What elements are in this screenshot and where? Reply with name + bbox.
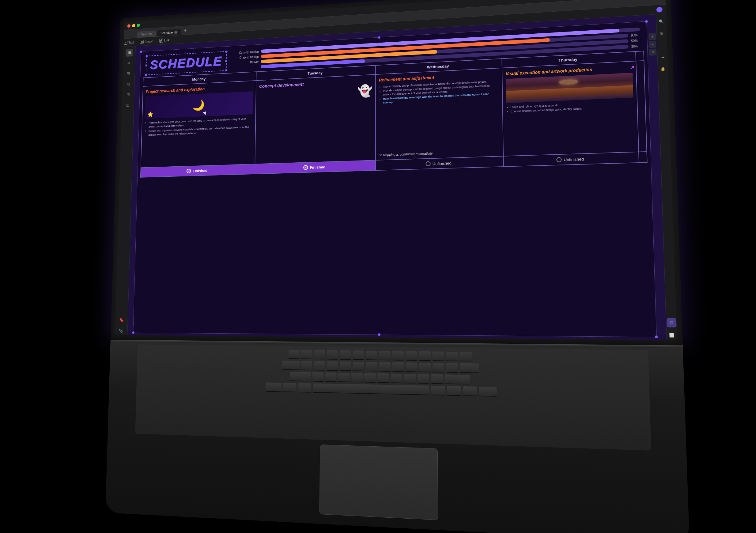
resize-handle-bc[interactable] <box>378 333 380 336</box>
wednesday-bullets: Apply creativity and professional expert… <box>379 79 500 151</box>
status-extra <box>639 152 647 163</box>
status-wednesday-label: Unfinished <box>433 161 451 166</box>
progress-label-2: Graphic Design <box>235 55 258 60</box>
status-monday-label: Finished <box>193 168 207 173</box>
progress-pct-3: 50% <box>631 39 640 42</box>
zoom-in-button[interactable]: + <box>648 33 656 40</box>
right-sidebar-icon-4[interactable]: ☁ <box>658 52 667 62</box>
resize-handle-bl[interactable] <box>132 332 134 334</box>
circle-icon-thursday <box>556 157 562 162</box>
tuesday-ghost: 👻 <box>358 84 372 98</box>
table-header-extra <box>635 51 644 61</box>
star-icon: ☆ <box>379 153 382 157</box>
arrow-icon: ↗ <box>630 65 634 71</box>
table-cell-thursday: Visual execution and artwork production … <box>502 61 639 156</box>
sidebar-grid-icon[interactable]: ⊞ <box>124 91 132 99</box>
sidebar-book-icon[interactable]: ☰ <box>125 69 133 78</box>
resize-handle-tr[interactable] <box>645 20 648 23</box>
schedule-document: SCHEDULE Concept Design <box>133 21 657 337</box>
keyboard-deck <box>135 344 651 451</box>
sidebar-home-icon[interactable]: ⊞ <box>125 49 133 57</box>
zoom-controls: + − ⊡ <box>648 33 657 56</box>
fit-button[interactable]: ⊡ <box>649 48 657 56</box>
schedule-title-text: SCHEDULE <box>150 54 222 72</box>
tab-close-icon[interactable]: × <box>174 30 178 34</box>
image-tool-button[interactable]: ▦ Image <box>140 39 153 43</box>
new-tab-button[interactable]: + <box>182 28 189 33</box>
image-tool-icon: ▦ <box>140 40 144 43</box>
text-tool-button[interactable]: T Text <box>124 40 134 45</box>
circle-icon-wednesday <box>426 161 431 166</box>
traffic-light-red[interactable] <box>127 24 131 28</box>
link-tool-button[interactable]: 🔗 Link <box>159 38 170 42</box>
progress-label-1: Concept Design <box>235 50 258 55</box>
check-icon-monday: ✓ <box>187 169 191 173</box>
progress-pct-2: 80% <box>631 33 640 37</box>
canvas-area: SCHEDULE Concept Design <box>127 14 666 340</box>
resize-handle-br[interactable] <box>655 335 658 338</box>
table-cell-wednesday: Refinement and adjustment Apply creativi… <box>376 68 503 160</box>
progress-label-4 <box>235 67 258 68</box>
sidebar-edit-icon[interactable]: ✏ <box>125 59 133 67</box>
sidebar-layers-icon[interactable]: ⧉ <box>125 80 132 88</box>
sidebar-clip-icon[interactable]: 📎 <box>117 327 125 335</box>
keyboard-base <box>105 340 689 533</box>
status-tuesday-label: Finished <box>310 165 325 170</box>
toolbar-circle-button[interactable] <box>657 7 662 12</box>
screen-bezel: New Tab Schedule × + T Text ▦ Image <box>111 0 683 346</box>
right-sidebar-icon-7[interactable]: ⬜ <box>667 331 677 340</box>
right-sidebar-icon-2[interactable]: ⊞ <box>657 29 666 38</box>
right-sidebar-icon-6[interactable]: ⊡ <box>666 318 676 327</box>
schedule-title-box: SCHEDULE <box>146 51 227 75</box>
zoom-out-button[interactable]: − <box>649 41 657 48</box>
status-thursday-label: Unfinished <box>564 156 584 162</box>
right-sidebar-icon-5[interactable]: 🔒 <box>658 64 668 73</box>
keyboard-row-1 <box>288 350 472 361</box>
keyboard-row-2 <box>282 360 479 373</box>
sidebar-photo-icon[interactable]: ⊡ <box>124 101 132 109</box>
table-cell-monday: Project research and exploration 🌙 ⭐ Res… <box>141 81 256 168</box>
right-sidebar-icon-1[interactable]: 🔍 <box>657 17 666 26</box>
keyboard-row-spacebar <box>266 382 497 397</box>
text-tool-icon: T <box>124 41 127 45</box>
screen-content: New Tab Schedule × + T Text ▦ Image <box>115 0 677 340</box>
trackpad[interactable] <box>319 444 438 520</box>
check-icon-tuesday: ✓ <box>303 165 308 170</box>
keyboard-row-3 <box>290 372 470 385</box>
monday-image: 🌙 ⭐ <box>145 91 253 119</box>
tuesday-title: Concept development <box>259 78 372 89</box>
right-sidebar-icon-3[interactable]: ↓ <box>657 40 667 50</box>
sidebar-bookmark-icon[interactable]: 🔖 <box>118 316 125 324</box>
progress-pct-4: 30% <box>631 44 640 48</box>
tab-new-tab[interactable]: New Tab <box>137 31 156 38</box>
link-tool-icon: 🔗 <box>159 38 163 42</box>
wednesday-note: ☆ Napping is conducive to creativity <box>379 149 500 157</box>
monday-bullets: Research and analyze your brand and indu… <box>145 117 253 137</box>
traffic-light-green[interactable] <box>137 24 140 27</box>
thursday-image <box>506 73 634 103</box>
table-cell-tuesday: Concept development 👻 <box>255 74 376 164</box>
progress-label-3: Deliver <box>235 60 259 64</box>
traffic-light-yellow[interactable] <box>132 24 135 27</box>
